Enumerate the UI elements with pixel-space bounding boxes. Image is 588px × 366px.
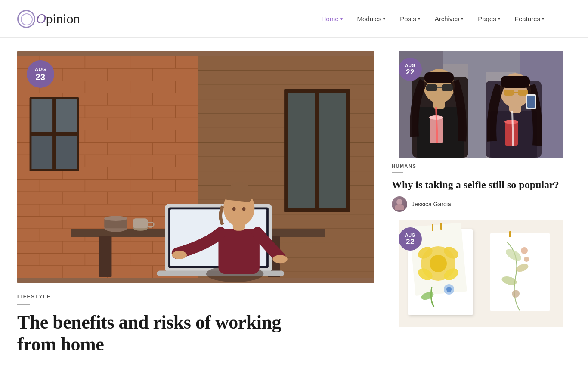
svg-rect-85: [31, 136, 52, 169]
sidebar-date-badge-1: AUG 22: [399, 58, 422, 81]
site-logo[interactable]: Opinion: [17, 10, 80, 28]
svg-rect-149: [518, 90, 528, 96]
main-nav: Home ▾ Modules ▾ Posts ▾ Archives ▾ Page…: [315, 12, 571, 26]
site-header: Opinion Home ▾ Modules ▾ Posts ▾ Archive…: [0, 0, 588, 38]
svg-rect-158: [490, 233, 550, 311]
sidebar-image-2[interactable]: AUG 22: [392, 220, 571, 327]
chevron-down-icon: ▾: [383, 16, 385, 21]
svg-rect-176: [440, 223, 442, 230]
svg-point-126: [272, 255, 287, 263]
sidebar-category-1[interactable]: HUMANS: [392, 164, 571, 169]
sidebar-card-selfie: AUG 22: [392, 51, 571, 212]
sidebar-date-badge-2: AUG 22: [399, 227, 422, 251]
svg-point-154: [504, 120, 518, 124]
svg-rect-136: [424, 72, 454, 83]
hamburger-menu-icon[interactable]: [553, 12, 571, 26]
svg-rect-83: [31, 99, 52, 132]
featured-category[interactable]: LIFESTYLE: [17, 294, 374, 300]
svg-point-111: [104, 216, 127, 221]
logo-circle-icon: [17, 10, 35, 28]
nav-item-home[interactable]: Home ▾: [315, 12, 348, 26]
featured-image-svg: [17, 51, 374, 283]
chevron-down-icon: ▾: [542, 16, 544, 21]
svg-point-123: [232, 207, 236, 211]
svg-rect-137: [426, 84, 437, 91]
sidebar: AUG 22: [392, 51, 571, 355]
nav-item-modules[interactable]: Modules ▾: [351, 12, 392, 26]
logo-text: Opinion: [36, 11, 80, 27]
svg-rect-84: [56, 99, 77, 132]
sidebar-image-1[interactable]: AUG 22: [392, 51, 571, 158]
svg-point-173: [524, 257, 529, 262]
nav-item-features[interactable]: Features ▾: [509, 12, 550, 26]
main-content: AUG 23: [0, 38, 588, 366]
featured-image[interactable]: AUG 23: [17, 51, 374, 283]
nav-item-archives[interactable]: Archives ▾: [429, 12, 470, 26]
sidebar-title-1[interactable]: Why is taking a selfie still so popular?: [392, 178, 571, 191]
svg-rect-177: [509, 231, 511, 237]
nav-item-pages[interactable]: Pages ▾: [472, 12, 506, 26]
featured-article: AUG 23: [17, 51, 392, 355]
date-badge: AUG 23: [27, 60, 54, 88]
svg-point-174: [512, 290, 520, 298]
svg-line-155: [512, 111, 513, 146]
svg-rect-105: [319, 93, 346, 208]
sidebar-card-meta-1: HUMANS Why is taking a selfie still so p…: [392, 164, 571, 212]
chevron-down-icon: ▾: [418, 16, 420, 21]
svg-rect-148: [504, 90, 514, 96]
author-name-1: Jessica Garcia: [412, 201, 451, 208]
svg-rect-152: [527, 96, 535, 108]
sidebar-card-floral: AUG 22: [392, 220, 571, 327]
chevron-down-icon: ▾: [461, 16, 463, 21]
nav-item-posts[interactable]: Posts ▾: [394, 12, 426, 26]
svg-point-161: [430, 255, 447, 272]
svg-rect-153: [505, 122, 518, 146]
svg-point-168: [446, 287, 452, 292]
svg-rect-113: [133, 218, 148, 228]
svg-point-125: [172, 251, 187, 259]
svg-rect-104: [288, 93, 315, 208]
svg-rect-147: [501, 76, 530, 88]
svg-point-124: [242, 207, 246, 211]
svg-rect-175: [432, 224, 433, 231]
featured-meta: LIFESTYLE The benefits and risks of work…: [17, 294, 374, 355]
featured-title[interactable]: The benefits and risks of working from h…: [17, 312, 374, 355]
svg-rect-86: [56, 136, 77, 169]
chevron-down-icon: ▾: [498, 16, 500, 21]
logo-prefix: O: [36, 11, 46, 26]
svg-point-172: [521, 247, 528, 254]
sidebar-author-1: Jessica Garcia: [392, 196, 571, 212]
svg-rect-107: [99, 236, 112, 277]
chevron-down-icon: ▾: [340, 16, 343, 21]
category-divider: [17, 304, 30, 305]
svg-rect-138: [442, 84, 453, 91]
sidebar-divider-1: [392, 172, 403, 173]
author-avatar-1: [392, 196, 407, 212]
